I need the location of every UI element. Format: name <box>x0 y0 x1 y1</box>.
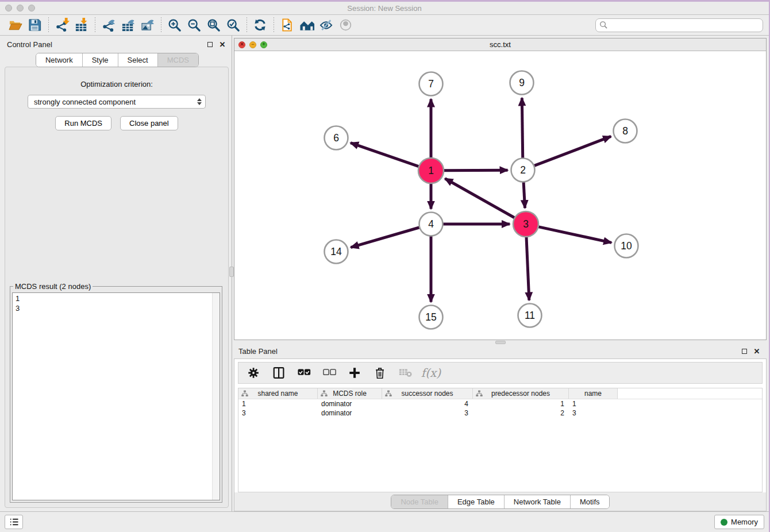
run-mcds-button[interactable]: Run MCDS <box>55 116 111 130</box>
edge-2-8[interactable] <box>534 136 611 165</box>
zoom-out-button[interactable] <box>184 17 204 34</box>
horizontal-splitter-handle[interactable] <box>495 341 506 344</box>
home-button[interactable] <box>297 17 317 34</box>
network-document-button[interactable] <box>278 17 297 34</box>
tab-network-table[interactable]: Network Table <box>504 495 570 508</box>
table-cell[interactable]: 1 <box>569 399 618 408</box>
export-image-button[interactable] <box>138 17 157 34</box>
deselect-all-checkboxes-button[interactable] <box>320 364 340 382</box>
task-history-button[interactable] <box>5 515 23 529</box>
split-table-columns-button[interactable] <box>270 364 289 382</box>
window-zoom-button[interactable] <box>28 5 35 11</box>
network-canvas[interactable]: 7968124314101511 <box>234 51 766 340</box>
toolbar-separator <box>247 17 247 33</box>
mcds-result-textarea[interactable]: 13 <box>12 292 220 500</box>
export-network-button[interactable] <box>99 17 118 34</box>
table-panel-title: Table Panel <box>238 347 278 356</box>
edge-4-14[interactable] <box>351 228 419 248</box>
control-panel-close-button[interactable]: ✕ <box>218 40 226 48</box>
tab-style[interactable]: Style <box>82 53 118 67</box>
column-header-shared-name[interactable]: shared name <box>238 388 318 399</box>
tab-select[interactable]: Select <box>118 53 157 67</box>
zoom-selected-button[interactable] <box>224 17 243 34</box>
graph-node-9[interactable]: 9 <box>510 71 534 95</box>
table-cell[interactable]: 1 <box>238 399 318 408</box>
column-header-MCDS-role[interactable]: MCDS role <box>318 388 382 399</box>
edge-1-2[interactable] <box>444 170 508 171</box>
table-row[interactable]: 1dominator411 <box>238 399 762 408</box>
window-minimize-button[interactable] <box>17 5 24 11</box>
column-header-name[interactable]: name <box>569 388 618 399</box>
horizontal-splitter[interactable] <box>234 340 767 345</box>
table-cell[interactable]: 4 <box>382 399 473 408</box>
import-network-button[interactable] <box>52 17 72 34</box>
graph-node-2[interactable]: 2 <box>511 159 535 182</box>
function-builder-button[interactable]: f(x) <box>421 364 441 382</box>
graph-node-11[interactable]: 11 <box>518 304 542 327</box>
toolbar-separator <box>161 17 161 33</box>
edge-3-1[interactable] <box>445 179 514 218</box>
result-scrollbar[interactable] <box>212 293 220 500</box>
search-input[interactable] <box>595 18 763 32</box>
import-table-button[interactable] <box>72 17 91 34</box>
column-header-predecessor-nodes[interactable]: predecessor nodes <box>473 388 569 399</box>
node-label: 4 <box>428 218 434 230</box>
tab-edge-table[interactable]: Edge Table <box>448 495 504 508</box>
graph-node-10[interactable]: 10 <box>615 234 638 258</box>
graph-node-4[interactable]: 4 <box>419 213 443 236</box>
edge-2-3[interactable] <box>523 182 525 208</box>
tab-motifs[interactable]: Motifs <box>570 495 609 508</box>
home-icon <box>300 18 314 32</box>
edge-2-9[interactable] <box>522 98 522 158</box>
control-panel-float-button[interactable] <box>206 40 214 48</box>
table-cell[interactable]: 3 <box>238 408 318 418</box>
add-column-button[interactable] <box>345 364 365 382</box>
hide-visibility-button[interactable] <box>317 17 336 34</box>
open-session-folder-button[interactable] <box>6 17 25 34</box>
graph-node-1[interactable]: 1 <box>418 158 444 183</box>
window-close-button[interactable] <box>5 5 12 11</box>
table-cell[interactable]: 3 <box>382 408 473 418</box>
edge-3-11[interactable] <box>526 237 529 300</box>
table-panel-float-button[interactable] <box>740 347 748 355</box>
delete-table-button[interactable] <box>396 364 415 382</box>
table-cell[interactable]: 2 <box>473 408 569 418</box>
memory-button[interactable]: Memory <box>714 515 764 529</box>
edge-3-10[interactable] <box>538 227 611 243</box>
control-panel-tabs: Network Style Select MCDS <box>36 53 199 67</box>
edge-1-6[interactable] <box>351 143 419 167</box>
graph-node-15[interactable]: 15 <box>419 306 443 329</box>
save-session-button[interactable] <box>25 17 45 34</box>
graph-node-14[interactable]: 14 <box>325 240 348 264</box>
table-cell[interactable]: 1 <box>473 399 569 408</box>
table-panel-close-button[interactable]: ✕ <box>753 347 761 355</box>
table-cell[interactable]: dominator <box>318 399 382 408</box>
apply-layout-refresh-button[interactable] <box>251 17 270 34</box>
table-toolbar: f(x) <box>238 362 763 384</box>
zoom-in-button[interactable] <box>165 17 184 34</box>
export-table-button[interactable] <box>118 17 138 34</box>
graph-node-3[interactable]: 3 <box>513 211 538 237</box>
table-cell[interactable]: dominator <box>318 408 382 418</box>
column-header-successor-nodes[interactable]: successor nodes <box>382 388 473 399</box>
node-label: 1 <box>428 165 434 176</box>
close-panel-button[interactable]: Close panel <box>120 116 178 130</box>
table-panel-tabs: Node Table Edge Table Network Table Moti… <box>391 495 609 509</box>
graph-node-6[interactable]: 6 <box>325 126 348 150</box>
table-cell[interactable]: 3 <box>569 408 618 418</box>
visibility-button[interactable] <box>336 17 356 34</box>
table-row[interactable]: 3dominator323 <box>238 408 762 418</box>
control-panel-title: Control Panel <box>7 40 52 49</box>
zoom-fit-button[interactable] <box>204 17 224 34</box>
tab-node-table[interactable]: Node Table <box>391 495 448 508</box>
tab-network[interactable]: Network <box>36 53 82 67</box>
tab-mcds[interactable]: MCDS <box>157 53 198 67</box>
panel-splitter-handle[interactable] <box>229 267 234 277</box>
graph-node-7[interactable]: 7 <box>419 72 443 96</box>
graph-node-8[interactable]: 8 <box>614 119 637 143</box>
table-settings-gear-button[interactable] <box>244 364 264 382</box>
criterion-dropdown[interactable]: strongly connected component <box>28 95 206 109</box>
delete-column-button[interactable] <box>371 364 390 382</box>
select-all-checkboxes-button[interactable] <box>295 364 314 382</box>
mcds-tab-content: Optimization criterion: strongly connect… <box>5 67 229 508</box>
